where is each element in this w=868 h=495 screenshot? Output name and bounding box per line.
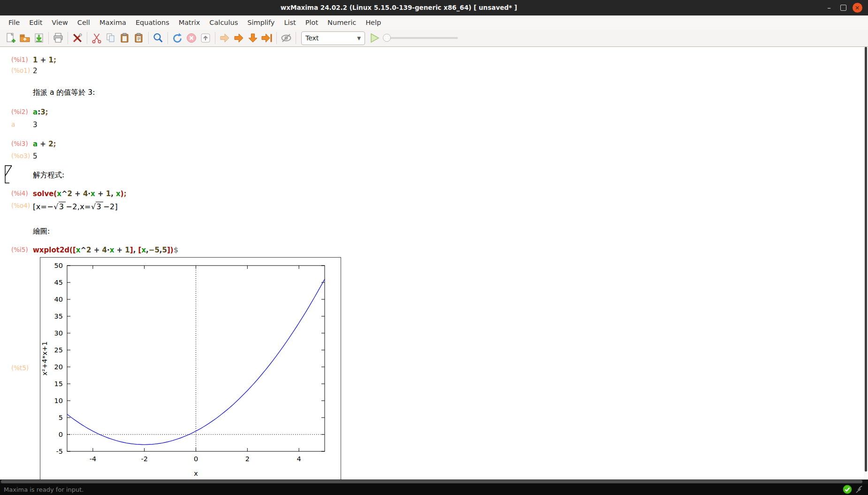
restart-maxima-button[interactable]: [170, 31, 184, 45]
cut-button[interactable]: [90, 31, 104, 45]
menu-view[interactable]: View: [47, 15, 72, 30]
evaluate-up-button[interactable]: [198, 31, 213, 45]
svg-text:45: 45: [54, 279, 63, 286]
close-icon: ✕: [853, 3, 862, 13]
horizontal-scrollbar[interactable]: [0, 480, 868, 484]
cell-i3: (%i3)a + 2;: [0, 140, 864, 150]
input-code[interactable]: solve(x^2 + 4·x + 1, x);: [33, 190, 127, 198]
chevron-down-icon: ▼: [357, 36, 361, 41]
svg-text:-4: -4: [90, 455, 96, 463]
menu-numeric[interactable]: Numeric: [323, 15, 361, 30]
tools-icon: [71, 32, 84, 44]
orange-arrow-to-bar-icon: [261, 32, 273, 44]
restore-button[interactable]: [836, 0, 850, 15]
input-label: (%i1): [11, 56, 28, 63]
svg-text:-2: -2: [141, 455, 147, 463]
input-code[interactable]: wxplot2d([x^2 + 4·x + 1], [x,−5,5])$: [33, 246, 178, 254]
minimize-button[interactable]: –: [822, 0, 836, 15]
horizontal-scrollbar-thumb[interactable]: [1, 480, 862, 483]
svg-text:40: 40: [54, 296, 63, 303]
window-title: wxMaxima 24.02.2 (Linux 5.15.0-139-gener…: [0, 0, 798, 15]
svg-text:30: 30: [54, 329, 63, 337]
new-document-button[interactable]: [4, 31, 18, 45]
clipboard-text-icon: [133, 32, 145, 44]
interrupt-button[interactable]: [184, 31, 198, 45]
text-cell: 繪圖:: [33, 227, 50, 236]
vertical-scrollbar-thumb[interactable]: [865, 47, 867, 472]
title-bar: wxMaxima 24.02.2 (Linux 5.15.0-139-gener…: [0, 0, 868, 15]
cell-t1: 指派 a 的值等於 3:: [0, 88, 864, 98]
menu-simplify[interactable]: Simplify: [243, 15, 279, 30]
worksheet[interactable]: (%i1)1 + 1;(%o1)2指派 a 的值等於 3:(%i2)a:3;a3…: [0, 47, 864, 480]
toolbar-separator: [87, 32, 87, 44]
scissors-icon: [91, 32, 103, 44]
input-label: (%i5): [11, 246, 28, 253]
orange-arrow-right-solid-icon: [233, 32, 245, 44]
find-button[interactable]: [151, 31, 165, 45]
cell-o4: (%o4)[x=−√3−2,x=√3−2]: [0, 202, 864, 212]
output-value: 5: [33, 152, 38, 160]
cell-style-select[interactable]: Text ▼: [301, 31, 365, 45]
evaluate-rest-button[interactable]: [260, 31, 274, 45]
preferences-button[interactable]: [70, 31, 84, 45]
cell-o1: (%o1)2: [0, 67, 864, 77]
menu-maxima[interactable]: Maxima: [95, 15, 131, 30]
animation-slider[interactable]: [384, 37, 458, 39]
evaluate-cell-button[interactable]: [218, 31, 232, 45]
print-button[interactable]: [51, 31, 65, 45]
output-math: [x=−√3−2,x=√3−2]: [33, 202, 118, 211]
input-code[interactable]: a:3;: [33, 108, 48, 116]
toolbar-separator: [148, 32, 149, 44]
restore-icon: [840, 5, 846, 11]
input-code[interactable]: a + 2;: [33, 140, 56, 148]
hide-code-button[interactable]: [279, 31, 293, 45]
paste-text-button[interactable]: [132, 31, 146, 45]
output-label: a: [11, 121, 15, 128]
stop-icon: [185, 32, 198, 44]
jump-down-button[interactable]: [246, 31, 260, 45]
menu-equations[interactable]: Equations: [131, 15, 174, 30]
evaluate-all-button[interactable]: [232, 31, 246, 45]
input-label: (%i4): [11, 190, 28, 197]
svg-text:25: 25: [54, 346, 63, 354]
copy-button[interactable]: [104, 31, 118, 45]
paste-button[interactable]: [118, 31, 132, 45]
menu-matrix[interactable]: Matrix: [174, 15, 205, 30]
menu-cell[interactable]: Cell: [73, 15, 95, 30]
play-icon: [369, 32, 381, 44]
save-button[interactable]: [32, 31, 46, 45]
output-label: (%t5): [11, 364, 29, 372]
output-label: (%o1): [11, 67, 30, 74]
menu-list[interactable]: List: [279, 15, 300, 30]
output-value: 2: [33, 67, 38, 75]
vertical-scrollbar[interactable]: [864, 47, 868, 480]
cell-bracket[interactable]: [4, 165, 15, 184]
cell-o2: a3: [0, 121, 864, 131]
plot-image[interactable]: -505101520253035404550-4-2024xx²+4*x+1: [40, 257, 341, 480]
open-button[interactable]: [18, 31, 32, 45]
input-code[interactable]: 1 + 1;: [33, 56, 56, 64]
cell-style-value: Text: [305, 34, 319, 42]
animation-slider-knob[interactable]: [383, 34, 391, 42]
status-text: Maxima is ready for input.: [4, 486, 84, 493]
menu-calculus[interactable]: Calculus: [205, 15, 243, 30]
play-animation-button[interactable]: [368, 31, 382, 45]
svg-text:x²+4*x+1: x²+4*x+1: [41, 342, 48, 376]
svg-text:20: 20: [54, 363, 63, 371]
menu-file[interactable]: File: [4, 15, 24, 30]
toolbar-separator: [68, 32, 68, 44]
refresh-icon: [171, 32, 183, 44]
up-arrow-box-icon: [199, 32, 212, 44]
svg-text:4: 4: [297, 455, 301, 463]
input-label: (%i2): [11, 108, 28, 115]
menu-edit[interactable]: Edit: [24, 15, 47, 30]
menu-bar: FileEditViewCellMaximaEquationsMatrixCal…: [0, 15, 868, 30]
close-button[interactable]: ✕: [850, 0, 864, 15]
toolbar-separator: [296, 32, 296, 44]
toolbar: Text ▼ ?: [0, 30, 868, 47]
menu-plot[interactable]: Plot: [301, 15, 323, 30]
svg-text:2: 2: [245, 455, 250, 463]
cell-o3: (%o3)5: [0, 152, 864, 162]
menu-help[interactable]: Help: [361, 15, 386, 30]
input-label: (%i3): [11, 140, 28, 147]
